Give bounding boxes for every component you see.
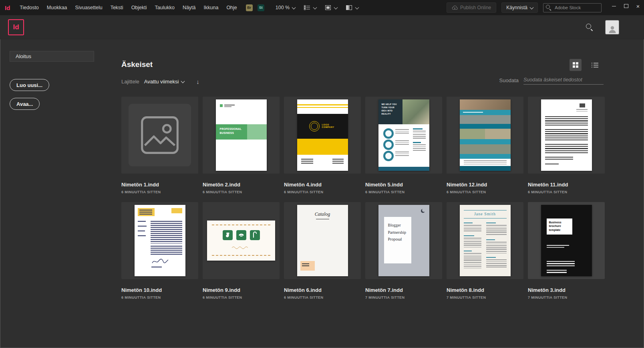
recent-files-section: Äskeiset Lajittele Avattu viimeksi ↓ Suo… <box>0 39 644 348</box>
file-modified-time: 6 MINUUTTIA SITTEN <box>203 190 280 194</box>
list-view-button[interactable] <box>589 59 601 71</box>
file-card-nimeton-1[interactable]: Nimetön 1.indd 6 MINUUTTIA SITTEN <box>121 97 198 194</box>
sort-direction-button[interactable]: ↓ <box>196 78 199 85</box>
stock-badge-icon[interactable]: St <box>258 4 264 11</box>
view-options-button[interactable] <box>304 5 316 10</box>
file-card-nimeton-2[interactable]: PROFESSIONAL BUSINESS Nimetön 2.indd 6 M… <box>203 97 280 194</box>
file-thumbnail[interactable]: WE HELP YOU TURN YOUR IDEA INTO REALITY <box>365 97 442 174</box>
file-card-nimeton-3[interactable]: Business brochure template Nimetön 3.ind… <box>528 202 605 299</box>
stripe-graphic <box>297 104 348 105</box>
rule-graphic <box>464 210 507 210</box>
stocking-icon <box>223 230 233 240</box>
file-card-nimeton-10[interactable]: Nimetön 10.indd 6 MINUUTTIA SITTEN <box>121 202 198 299</box>
file-modified-time: 7 MINUUTTIA SITTEN <box>447 295 523 299</box>
heading-line <box>486 257 496 258</box>
text-line-graphic <box>463 112 483 113</box>
menu-nayta[interactable]: Näytä <box>179 5 200 10</box>
file-thumbnail[interactable] <box>121 202 198 279</box>
file-card-nimeton-6[interactable]: Catalog Nimetön 6.indd 6 MINUUTTIA SITTE… <box>284 202 361 299</box>
file-thumbnail[interactable]: Catalog <box>284 202 361 279</box>
menu-ikkuna[interactable]: Ikkuna <box>200 5 223 10</box>
bullet-circle <box>383 128 394 139</box>
file-name: Nimetön 12.indd <box>447 182 523 188</box>
menu-sivuasettelu[interactable]: Sivuasettelu <box>71 5 107 10</box>
file-card-nimeton-5[interactable]: WE HELP YOU TURN YOUR IDEA INTO REALITY … <box>365 97 442 194</box>
maximize-icon <box>624 4 628 8</box>
menu-objekti[interactable]: Objekti <box>127 5 151 10</box>
filter-input[interactable] <box>523 77 604 85</box>
file-card-nimeton-4[interactable]: LOGO COMPANY Nimetön 4.indd 6 MINUUTTIA … <box>284 97 361 194</box>
launch-dropdown-button[interactable]: Käynnistä <box>501 2 538 13</box>
arrange-documents-button[interactable] <box>346 5 358 10</box>
recent-files-grid: Nimetön 1.indd 6 MINUUTTIA SITTEN PROFES… <box>121 97 605 299</box>
text-lines-graphic <box>486 225 507 236</box>
logo-mark <box>220 104 223 107</box>
heading-line <box>464 251 472 251</box>
contact-line <box>138 226 147 227</box>
file-card-nimeton-9[interactable]: Nimetön 9.indd 6 MINUUTTIA SITTEN <box>203 202 280 299</box>
paragraph-graphic <box>545 129 588 142</box>
filter-label: Suodata <box>499 77 519 85</box>
file-thumbnail[interactable] <box>203 202 280 279</box>
image-placeholder-icon <box>137 113 182 158</box>
maximize-button[interactable] <box>620 0 632 12</box>
file-thumbnail[interactable]: Jane Smith <box>447 202 523 279</box>
adobe-stock-search-input[interactable] <box>554 5 599 10</box>
logo-circle-inner <box>311 123 318 130</box>
contact-line <box>138 221 146 223</box>
screen-mode-button[interactable] <box>325 5 337 10</box>
file-thumbnail[interactable]: Business brochure template <box>528 202 605 279</box>
ribbon-graphic <box>212 255 270 256</box>
image-placeholder <box>129 104 191 166</box>
menu-muokkaa[interactable]: Muokkaa <box>43 5 71 10</box>
chevron-down-icon <box>355 5 359 9</box>
file-card-nimeton-7[interactable]: Blogger Partnership Proposal Nimetön 7.i… <box>365 202 442 299</box>
file-card-nimeton-8[interactable]: Jane Smith Nimetön 8.indd 7 M <box>447 202 523 299</box>
user-avatar[interactable] <box>605 20 619 34</box>
file-thumbnail[interactable] <box>447 97 523 174</box>
file-thumbnail[interactable] <box>528 97 605 174</box>
file-thumbnail[interactable]: LOGO COMPANY <box>284 97 361 174</box>
heading-line <box>486 239 495 240</box>
search-icon[interactable] <box>586 24 593 31</box>
heading-line <box>464 223 473 223</box>
icon-row <box>207 230 275 240</box>
file-name: Nimetön 11.indd <box>528 182 605 188</box>
filter-row: Suodata <box>499 77 604 85</box>
file-name: Nimetön 5.indd <box>365 182 442 188</box>
thumbnail-catalog-cover: Catalog <box>297 205 348 276</box>
file-modified-time: 6 MINUUTTIA SITTEN <box>203 295 280 299</box>
file-thumbnail[interactable]: PROFESSIONAL BUSINESS <box>203 97 280 174</box>
text-lines-graphic <box>547 270 567 273</box>
thumbnail-proposal-cover: Blogger Partnership Proposal <box>378 205 429 276</box>
file-card-nimeton-11[interactable]: Nimetön 11.indd 6 MINUUTTIA SITTEN <box>528 97 605 194</box>
bullet-circle <box>383 140 394 150</box>
file-thumbnail[interactable]: Blogger Partnership Proposal <box>365 202 442 279</box>
view-options-icon <box>304 5 310 10</box>
thumb-title: Catalog <box>297 211 348 217</box>
file-name: Nimetön 1.indd <box>121 182 198 188</box>
file-card-nimeton-12[interactable]: Nimetön 12.indd 6 MINUUTTIA SITTEN <box>447 97 523 194</box>
person-icon <box>608 24 617 34</box>
logo-mark <box>580 103 585 107</box>
file-modified-time: 6 MINUUTTIA SITTEN <box>447 190 523 194</box>
publish-online-button[interactable]: Publish Online <box>447 2 496 13</box>
bridge-icon[interactable]: Br <box>246 4 253 11</box>
file-name: Nimetön 8.indd <box>447 287 523 293</box>
text-lines-graphic <box>486 259 507 268</box>
script-text-graphic <box>231 245 251 249</box>
thumbnail-christmas-card <box>207 221 275 261</box>
menu-ohje[interactable]: Ohje <box>222 5 241 10</box>
menu-teksti[interactable]: Teksti <box>107 5 127 10</box>
text-line-graphic <box>224 106 231 107</box>
adobe-stock-search[interactable] <box>543 3 602 12</box>
sort-dropdown[interactable]: Avattu viimeksi <box>144 79 184 85</box>
grid-view-button[interactable] <box>570 59 582 71</box>
zoom-control[interactable]: 100 % <box>276 5 295 10</box>
menu-taulukko[interactable]: Taulukko <box>151 5 179 10</box>
close-button[interactable]: × <box>632 0 644 12</box>
menu-tiedosto[interactable]: Tiedosto <box>16 5 42 10</box>
minimize-button[interactable] <box>608 0 620 12</box>
sort-label: Lajittele <box>121 79 139 85</box>
file-thumbnail[interactable] <box>121 97 198 174</box>
